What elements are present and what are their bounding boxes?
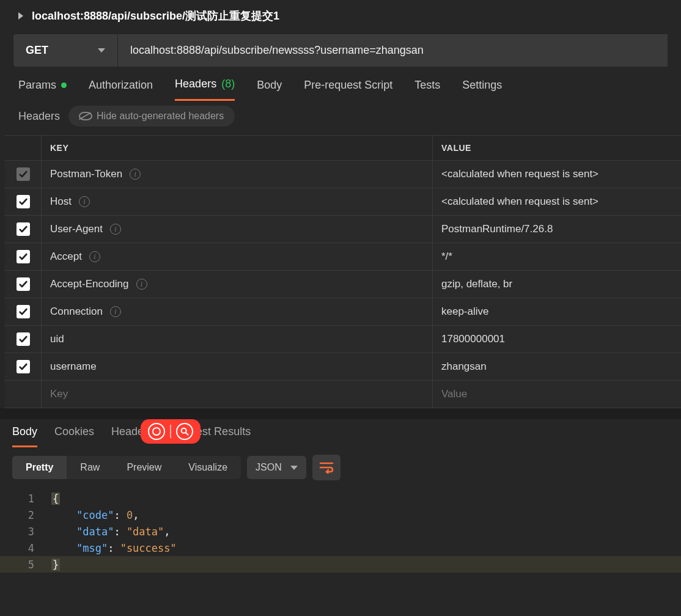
line-number: 2 [0,509,51,521]
info-icon[interactable]: i [110,306,121,317]
header-key-cell[interactable]: Connectioni [42,298,433,325]
info-icon[interactable]: i [89,251,100,262]
line-number: 4 [0,542,51,554]
response-tab-headers[interactable]: Heade [111,425,144,447]
line-number: 3 [0,526,51,538]
header-key: Accept-Encoding [50,278,129,290]
header-key-cell[interactable]: Hosti [42,188,433,215]
wrap-lines-button[interactable] [312,455,340,480]
info-icon[interactable]: i [79,196,90,207]
response-tab-test-results[interactable]: est Results [196,425,251,447]
header-key-cell[interactable]: uid [42,326,433,353]
header-key: Postman-Token [50,168,122,180]
header-key: User-Agent [50,223,103,235]
header-value-cell[interactable]: gzip, deflate, br [433,271,681,298]
view-pretty[interactable]: Pretty [12,456,67,479]
view-mode-segment: Pretty Raw Preview Visualize [12,456,241,479]
header-value-cell[interactable]: PostmanRuntime/7.26.8 [433,216,681,243]
request-title: localhost:8888/api/subscribe/测试防止重复提交1 [32,9,279,23]
tab-params[interactable]: Params [18,79,67,100]
value-input-placeholder[interactable]: Value [433,381,681,408]
method-label: GET [26,44,48,57]
method-dropdown[interactable]: GET [13,34,117,67]
request-url-input[interactable]: localhost:8888/api/subscribe/newssss?use… [117,34,668,67]
record-icon [148,423,165,440]
expand-caret-icon[interactable] [18,12,23,20]
header-value-cell[interactable]: */* [433,243,681,270]
header-key: Connection [50,306,103,318]
view-raw[interactable]: Raw [67,456,113,479]
eye-off-icon [79,111,90,122]
header-value-cell[interactable]: <calculated when request is sent> [433,188,681,215]
header-key-cell[interactable]: Accept-Encodingi [42,271,433,298]
header-key: uid [50,333,64,345]
tab-authorization[interactable]: Authorization [89,79,153,100]
response-tab-cookies[interactable]: Cookies [54,425,94,447]
row-checkbox[interactable] [17,195,30,208]
header-key: username [50,361,97,373]
line-number: 1 [0,493,51,505]
view-preview[interactable]: Preview [113,456,175,479]
header-key: Host [50,196,72,208]
checkbox-cell-empty [5,381,42,408]
column-header-key: KEY [42,136,433,160]
row-checkbox[interactable] [17,360,30,373]
key-input-placeholder[interactable]: Key [42,381,433,408]
chevron-down-icon [290,466,298,470]
header-value-cell[interactable]: keep-alive [433,298,681,325]
tab-headers[interactable]: Headers(8) [175,78,235,101]
svg-line-1 [186,433,188,435]
headers-table: KEY VALUE Postman-Tokeni<calculated when… [5,135,681,408]
tab-tests[interactable]: Tests [414,79,440,100]
chevron-down-icon [98,48,105,53]
hide-autogen-button[interactable]: Hide auto-generated headers [68,106,235,127]
search-icon [176,423,193,440]
tab-body[interactable]: Body [257,79,282,100]
dot-indicator-icon [61,82,67,88]
header-key-cell[interactable]: Accepti [42,243,433,270]
header-key: Accept [50,251,82,263]
checkbox-header-cell [5,136,42,160]
headers-subtitle: Headers [18,110,60,123]
header-value-cell[interactable]: 17800000001 [433,326,681,353]
header-value-cell[interactable]: zhangsan [433,353,681,380]
info-icon[interactable]: i [110,224,121,235]
row-checkbox[interactable] [17,167,30,181]
info-icon[interactable]: i [130,169,141,180]
column-header-value: VALUE [433,136,681,160]
row-checkbox[interactable] [17,277,30,291]
format-dropdown[interactable]: JSON [247,456,306,479]
row-checkbox[interactable] [17,222,30,236]
floating-tool-badge[interactable] [141,419,201,444]
header-key-cell[interactable]: User-Agenti [42,216,433,243]
line-number: 5 [0,559,51,571]
svg-point-0 [181,428,186,433]
response-body-code[interactable]: 1{ 2 "code": 0, 3 "data": "data", 4 "msg… [0,488,681,573]
row-checkbox[interactable] [17,305,30,318]
tab-pre-request-script[interactable]: Pre-request Script [304,79,392,100]
row-checkbox[interactable] [17,332,30,346]
tab-settings[interactable]: Settings [462,79,502,100]
header-value-cell[interactable]: <calculated when request is sent> [433,161,681,188]
view-visualize[interactable]: Visualize [175,456,241,479]
header-key-cell[interactable]: username [42,353,433,380]
header-key-cell[interactable]: Postman-Tokeni [42,161,433,188]
response-tab-body[interactable]: Body [12,425,37,447]
info-icon[interactable]: i [136,279,147,290]
row-checkbox[interactable] [17,250,30,263]
